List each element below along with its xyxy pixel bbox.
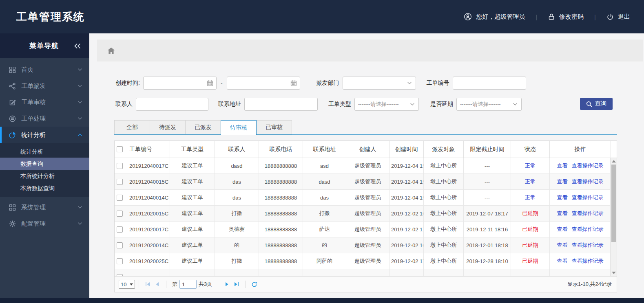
view-log-link[interactable]: 查看操作记录 — [572, 242, 604, 249]
view-log-link[interactable]: 查看操作记录 — [572, 178, 604, 185]
sidebar-item[interactable]: 配置管理 — [0, 215, 89, 232]
dispatch_target-cell: 墩上中心所 — [424, 158, 464, 174]
view-log-link[interactable]: 查看操作记录 — [572, 210, 604, 217]
row-checkbox[interactable] — [117, 258, 123, 264]
sidebar-item[interactable]: 首页 — [0, 61, 89, 78]
contact-cell: 的 — [215, 237, 259, 253]
column-header: 限定截止时间 — [464, 141, 511, 158]
prev-page-button[interactable] — [153, 281, 162, 287]
table-scrollbar[interactable] — [610, 158, 617, 276]
change-password-link[interactable]: 修改密码 — [548, 13, 584, 21]
app-title: 工单管理系统 — [16, 10, 85, 24]
collapse-sidebar-icon[interactable] — [73, 43, 81, 49]
tab-4[interactable]: 待审核 — [221, 120, 257, 135]
last-page-button[interactable] — [232, 281, 241, 287]
sidebar-subitem[interactable]: 统计分析 — [0, 145, 89, 158]
select-all-checkbox[interactable] — [117, 146, 123, 152]
order-type-select[interactable]: -------请选择------- — [354, 98, 419, 111]
row-checkbox[interactable] — [117, 179, 123, 185]
status-cell: 正常 — [511, 190, 550, 206]
create_time-cell: 2019-12-04 15 — [389, 158, 424, 174]
view-log-link[interactable]: 查看操作记录 — [572, 162, 604, 169]
sidebar-title: 菜单导航 — [29, 41, 59, 50]
tab-1[interactable]: 全部 — [114, 120, 150, 134]
view-log-link[interactable]: 查看操作记录 — [572, 257, 604, 265]
view-log-link[interactable]: 查看操作记录 — [572, 226, 604, 233]
view-link[interactable]: 查看 — [557, 210, 568, 217]
scrollbar-thumb[interactable] — [611, 165, 616, 242]
sidebar-item[interactable]: 工单处理 — [0, 110, 89, 127]
address-cell: 打撒 — [303, 206, 346, 222]
sidebar-subitem[interactable]: 本所统计分析 — [0, 170, 89, 182]
page-number-input[interactable] — [179, 280, 197, 289]
sidebar-item[interactable]: 工单派发 — [0, 78, 89, 94]
row-checkbox[interactable] — [117, 163, 123, 169]
contact-input[interactable] — [136, 98, 208, 111]
row-checkbox[interactable] — [117, 242, 123, 248]
sidebar-item[interactable]: 统计分析 — [0, 127, 89, 143]
actions-cell: 查看查看操作记录 — [550, 253, 611, 269]
tab-3[interactable]: 已派发 — [185, 120, 221, 134]
home-icon[interactable] — [107, 47, 115, 55]
create_time-cell: 2019-12-02 17 — [389, 253, 424, 269]
create-time-end-wrap — [227, 77, 300, 90]
sidebar-item-label: 工单处理 — [21, 115, 46, 123]
row-checkbox-cell — [115, 253, 125, 269]
column-header: 操作 — [550, 141, 611, 158]
view-link[interactable]: 查看 — [557, 162, 568, 169]
creator-cell: 超级管理员 — [346, 222, 389, 237]
chevron-down-icon — [77, 83, 83, 89]
page-size-select[interactable]: 10 — [119, 280, 135, 289]
contact-cell: das — [215, 190, 259, 206]
dispatch-dept-select[interactable] — [343, 77, 416, 90]
row-checkbox[interactable] — [117, 211, 123, 217]
chevron-down-icon — [407, 80, 412, 86]
search-button[interactable]: 查询 — [580, 98, 613, 110]
logout-link[interactable]: 退出 — [606, 13, 630, 21]
create-time-start-input[interactable] — [143, 77, 217, 90]
sidebar-item[interactable]: 系统管理 — [0, 199, 89, 215]
scroll-down-arrow[interactable] — [612, 272, 616, 274]
address-input[interactable] — [244, 98, 318, 111]
view-link[interactable]: 查看 — [557, 242, 568, 249]
view-log-link[interactable]: 查看操作记录 — [572, 194, 604, 201]
phone-cell: 18888888888 — [259, 174, 303, 190]
view-link[interactable]: 查看 — [557, 194, 568, 201]
order_no-cell: 201912040015C — [125, 174, 170, 190]
delay-label: 是否延期 — [430, 101, 453, 108]
refresh-button[interactable] — [249, 281, 259, 288]
create-time-end-input[interactable] — [227, 77, 300, 90]
sidebar-subitem[interactable]: 数据查询 — [0, 158, 89, 170]
first-page-button[interactable] — [143, 281, 153, 287]
create-time-start-wrap — [143, 77, 217, 90]
power-icon — [606, 13, 614, 20]
tab-2[interactable]: 待派发 — [150, 120, 186, 134]
create_time-cell: 2019-12-04 15 — [389, 174, 424, 190]
view-link[interactable]: 查看 — [557, 178, 568, 185]
sidebar-subitem[interactable]: 本所数据查询 — [0, 182, 89, 194]
order-no-input[interactable] — [453, 77, 526, 90]
column-header: 联系人 — [215, 141, 259, 158]
sidebar-item[interactable]: 工单审核 — [0, 94, 89, 110]
change-password-text: 修改密码 — [559, 13, 584, 21]
table-row: 201912040017C建议工单dasd18888888888asd超级管理员… — [115, 158, 611, 174]
row-checkbox[interactable] — [117, 195, 123, 201]
view-link[interactable]: 查看 — [557, 257, 568, 265]
delay-select[interactable]: -------请选择------- — [456, 98, 522, 111]
phone-cell: 18888888888 — [259, 222, 303, 237]
range-separator: - — [221, 80, 223, 86]
create_time-cell: 2019-12-02 16 — [389, 206, 424, 222]
view-link[interactable]: 查看 — [557, 226, 568, 233]
pager-divider — [245, 281, 246, 288]
status-badge: 正常 — [525, 194, 536, 201]
order_type-cell: 建议工单 — [170, 190, 215, 206]
scroll-up-arrow[interactable] — [612, 160, 616, 162]
user-greeting[interactable]: 您好，超级管理员 — [464, 13, 525, 21]
row-checkbox[interactable] — [117, 226, 123, 233]
main-content: 创建时间: - 派发部门 工单编号 联系人 联系地址 工单类型 -------请… — [89, 33, 644, 298]
next-page-button[interactable] — [222, 281, 232, 287]
tab-5[interactable]: 已审核 — [256, 120, 292, 134]
sidebar-menu: 首页工单派发工单审核工单处理统计分析统计分析数据查询本所统计分析本所数据查询系统… — [0, 61, 89, 232]
contact-cell — [215, 269, 259, 276]
order_type-cell: 建议工单 — [170, 237, 215, 253]
